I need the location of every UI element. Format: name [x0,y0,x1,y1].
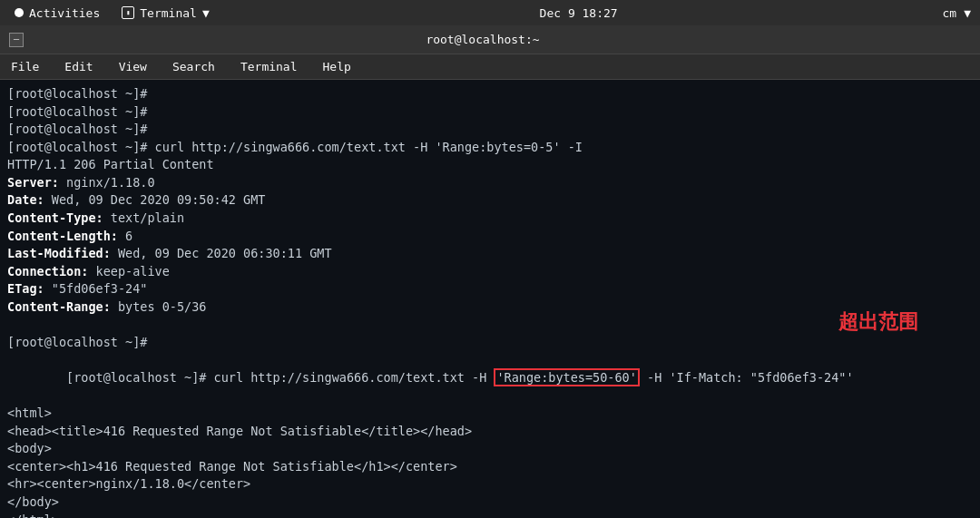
minimize-icon: ─ [14,34,19,44]
terminal-dropdown-arrow: ▼ [202,6,210,20]
terminal-line-html7: </html> [7,512,973,519]
annotation-out-of-range: 超出范围 [838,308,918,337]
terminal-line-curl2: [root@localhost ~]# curl http://singwa66… [7,351,973,405]
activities-label: Activities [29,6,100,20]
range-highlight: 'Range:bytes=50-60' [494,368,639,386]
title-bar-left: ─ [9,33,31,47]
terminal-line-html3: <body> [7,440,973,458]
system-bar-right[interactable]: cm ▼ [943,6,971,20]
menu-search[interactable]: Search [167,58,220,75]
terminal-label: Terminal [140,6,197,20]
activities-button[interactable]: Activities [9,5,105,22]
right-indicator: cm [943,6,957,20]
terminal-line-3: [root@localhost ~]# [7,121,973,139]
terminal-line-1: [root@localhost ~]# [7,85,973,103]
terminal-line-7: Date: Wed, 09 Dec 2020 09:50:42 GMT [7,191,973,210]
terminal-line-html1: <html> [7,405,973,423]
terminal-line-blank [7,316,973,334]
terminal-line-html4: <center><h1>416 Requested Range Not Sati… [7,458,973,476]
terminal-menu-button[interactable]: ▮ Terminal ▼ [116,5,214,22]
terminal-line-8: Content-Type: text/plain [7,210,973,228]
terminal-icon: ▮ [122,6,134,19]
menu-edit[interactable]: Edit [59,58,98,75]
terminal-line-4: [root@localhost ~]# curl http://singwa66… [7,139,973,157]
activities-icon [15,8,24,17]
window-title: root@localhost:~ [31,33,935,46]
terminal-line-html6: </body> [7,494,973,512]
menu-help[interactable]: Help [318,58,357,75]
menu-bar: File Edit View Search Terminal Help [0,54,980,80]
terminal-area: [root@localhost ~]# [root@localhost ~]# … [7,85,973,518]
menu-terminal[interactable]: Terminal [235,58,303,75]
minimize-button[interactable]: ─ [9,33,24,47]
system-bar: Activities ▮ Terminal ▼ Dec 9 18:27 cm ▼ [0,0,980,25]
menu-view[interactable]: View [113,58,152,75]
terminal-line-5: HTTP/1.1 206 Partial Content [7,156,973,174]
terminal-line-2: [root@localhost ~]# [7,103,973,122]
title-bar: ─ root@localhost:~ [0,25,980,54]
terminal-line-14: [root@localhost ~]# [7,334,973,352]
terminal-content: [root@localhost ~]# [root@localhost ~]# … [0,80,980,518]
annotation-out-of-range-text: 超出范围 [838,310,918,333]
system-datetime: Dec 9 18:27 [540,6,618,20]
system-bar-left: Activities ▮ Terminal ▼ [9,5,215,22]
terminal-line-html2: <head><title>416 Requested Range Not Sat… [7,423,973,441]
terminal-line-html5: <hr><center>nginx/1.18.0</center> [7,475,973,494]
terminal-line-13: Content-Range: bytes 0-5/36 [7,298,973,317]
terminal-line-11: Connection: keep-alive [7,263,973,281]
terminal-line-curl2-wrapper: [root@localhost ~]# curl http://singwa66… [7,351,973,405]
terminal-line-9: Content-Length: 6 [7,228,973,246]
right-arrow-icon: ▼ [964,6,971,20]
terminal-line-6: Server: nginx/1.18.0 [7,174,973,192]
terminal-line-12: ETag: "5fd06ef3-24" [7,280,973,298]
menu-file[interactable]: File [5,58,44,75]
terminal-line-10: Last-Modified: Wed, 09 Dec 2020 06:30:11… [7,245,973,263]
